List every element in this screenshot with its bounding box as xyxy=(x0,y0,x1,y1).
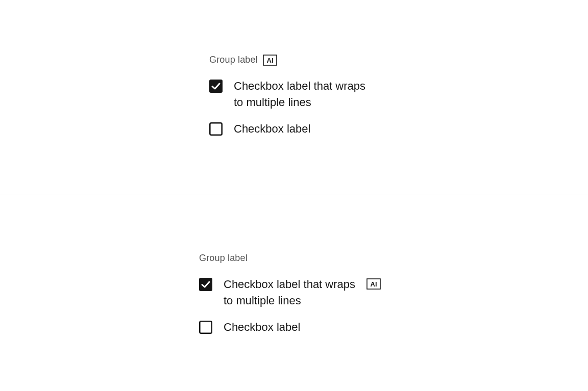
checkbox-checked[interactable] xyxy=(199,278,212,291)
group-label-row: Group label AI xyxy=(209,54,393,66)
checkbox-unchecked[interactable] xyxy=(209,122,223,136)
svg-rect-7 xyxy=(200,321,211,333)
svg-text:AI: AI xyxy=(266,57,273,64)
checkbox-item-1: Checkbox label that wraps to multiple li… xyxy=(199,276,383,309)
checkbox-item-1: Checkbox label that wraps to multiple li… xyxy=(209,78,393,111)
svg-rect-4 xyxy=(199,278,212,291)
checkbox-checked[interactable] xyxy=(209,80,223,93)
group-label: Group label xyxy=(199,252,248,264)
ai-badge-icon: AI xyxy=(366,278,381,290)
ai-badge-icon: AI xyxy=(263,55,277,66)
checkbox-item-2: Checkbox label xyxy=(209,121,393,137)
checkbox-group-2: Group label Checkbox label that wraps to… xyxy=(199,252,383,335)
group-label-row: Group label xyxy=(199,252,383,264)
checkbox-group-1: Group label AI Checkbox label that wraps… xyxy=(209,54,393,137)
checkbox-label[interactable]: Checkbox label that wraps to multiple li… xyxy=(224,276,356,309)
svg-rect-2 xyxy=(209,80,223,93)
svg-text:AI: AI xyxy=(371,280,377,288)
example-top: Group label AI Checkbox label that wraps… xyxy=(0,0,588,195)
checkbox-label[interactable]: Checkbox label xyxy=(224,319,300,335)
checkbox-label[interactable]: Checkbox label that wraps to multiple li… xyxy=(234,78,377,111)
example-bottom: Group label Checkbox label that wraps to… xyxy=(0,195,588,391)
checkbox-unchecked[interactable] xyxy=(199,321,212,334)
checkbox-item-2: Checkbox label xyxy=(199,319,383,335)
group-label: Group label xyxy=(209,54,258,66)
checkbox-label[interactable]: Checkbox label xyxy=(234,121,310,137)
svg-rect-3 xyxy=(210,123,222,135)
